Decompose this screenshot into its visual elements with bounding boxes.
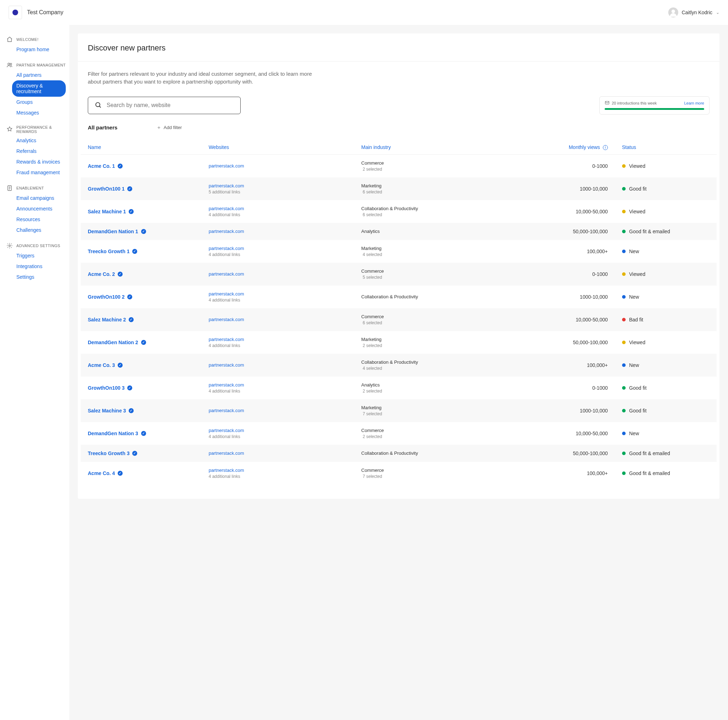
website-link[interactable]: partnerstack.com: [209, 382, 347, 388]
partner-name[interactable]: Acme Co. 3 ✓: [88, 362, 122, 368]
nav-section: ENABLEMENTEmail campaignsAnnouncementsRe…: [6, 183, 66, 235]
logo[interactable]: [9, 6, 22, 19]
website-link[interactable]: partnerstack.com: [209, 408, 347, 413]
partner-name[interactable]: GrowthOn100 1 ✓: [88, 186, 132, 191]
nav-item[interactable]: Groups: [12, 97, 66, 107]
website-link[interactable]: partnerstack.com: [209, 206, 347, 211]
website-link[interactable]: partnerstack.com: [209, 246, 347, 251]
monthly-views: 50,000-100,000: [507, 331, 615, 354]
user-menu[interactable]: Caitlyn Kodric ⌄: [668, 8, 719, 17]
nav-section-icon: [6, 36, 13, 43]
table-row[interactable]: GrowthOn100 2 ✓partnerstack.com4 additio…: [81, 285, 717, 308]
table-row[interactable]: DemandGen Nation 3 ✓partnerstack.com4 ad…: [81, 422, 717, 445]
table-row[interactable]: Acme Co. 2 ✓partnerstack.comCommerce5 se…: [81, 263, 717, 285]
partner-name[interactable]: GrowthOn100 2 ✓: [88, 294, 132, 300]
table-row[interactable]: Treecko Growth 1 ✓partnerstack.com4 addi…: [81, 240, 717, 263]
partner-name[interactable]: DemandGen Nation 3 ✓: [88, 430, 146, 436]
verified-icon: ✓: [141, 431, 146, 436]
partner-name[interactable]: Treecko Growth 1 ✓: [88, 248, 137, 254]
col-views[interactable]: Monthly views i: [507, 140, 615, 155]
extra-links: 4 additional links: [209, 389, 347, 394]
website-link[interactable]: partnerstack.com: [209, 163, 347, 169]
website-link[interactable]: partnerstack.com: [209, 228, 347, 234]
nav-item[interactable]: All partners: [12, 70, 66, 80]
nav-item[interactable]: Email campaigns: [12, 193, 66, 204]
table-row[interactable]: Salez Machine 2 ✓partnerstack.comCommerc…: [81, 308, 717, 331]
nav-section: ADVANCED SETTINGSTriggersIntegrationsSet…: [6, 241, 66, 282]
nav-items: Program home: [6, 44, 66, 55]
search-input[interactable]: [107, 102, 234, 109]
verified-icon: ✓: [127, 294, 132, 299]
nav-section-title: ADVANCED SETTINGS: [16, 244, 60, 248]
status-dot-icon: [622, 187, 626, 191]
nav-item[interactable]: Program home: [12, 44, 66, 55]
table-row[interactable]: Acme Co. 4 ✓partnerstack.com4 additional…: [81, 462, 717, 485]
nav-item[interactable]: Announcements: [12, 204, 66, 214]
table-row[interactable]: Acme Co. 3 ✓partnerstack.comCollaboratio…: [81, 354, 717, 377]
table-row[interactable]: DemandGen Nation 2 ✓partnerstack.com4 ad…: [81, 331, 717, 354]
nav-item[interactable]: Fraud management: [12, 167, 66, 178]
nav-item[interactable]: Triggers: [12, 250, 66, 261]
table-row[interactable]: Treecko Growth 3 ✓partnerstack.comCollab…: [81, 445, 717, 462]
nav-items: Email campaignsAnnouncementsResourcesCha…: [6, 193, 66, 235]
partner-name[interactable]: DemandGen Nation 2 ✓: [88, 340, 146, 345]
partner-name[interactable]: GrowthOn100 3 ✓: [88, 385, 132, 391]
table-row[interactable]: DemandGen Nation 1 ✓partnerstack.comAnal…: [81, 223, 717, 240]
info-icon[interactable]: i: [603, 145, 608, 150]
partner-name[interactable]: Acme Co. 4 ✓: [88, 470, 122, 476]
verified-icon: ✓: [132, 451, 137, 456]
nav-item[interactable]: Analytics: [12, 135, 66, 146]
intro-text: 20 introductions this week: [612, 101, 657, 105]
search-box[interactable]: [88, 97, 241, 114]
nav-item[interactable]: Challenges: [12, 225, 66, 235]
website-link[interactable]: partnerstack.com: [209, 450, 347, 456]
partner-name[interactable]: Acme Co. 2 ✓: [88, 271, 122, 277]
website-link[interactable]: partnerstack.com: [209, 291, 347, 297]
col-websites[interactable]: Websites: [202, 140, 354, 155]
table-row[interactable]: Salez Machine 1 ✓partnerstack.com4 addit…: [81, 200, 717, 223]
industry-sub: 2 selected: [361, 343, 499, 348]
partner-name[interactable]: Salez Machine 3 ✓: [88, 408, 134, 414]
nav-item[interactable]: Integrations: [12, 261, 66, 272]
status: Viewed: [622, 340, 710, 345]
partner-name[interactable]: Treecko Growth 3 ✓: [88, 450, 137, 456]
industry-sub: 7 selected: [361, 411, 499, 416]
website-link[interactable]: partnerstack.com: [209, 271, 347, 277]
table-row[interactable]: GrowthOn100 1 ✓partnerstack.com5 additio…: [81, 178, 717, 200]
extra-links: 4 additional links: [209, 343, 347, 348]
nav-item[interactable]: Referrals: [12, 146, 66, 156]
table-row[interactable]: GrowthOn100 3 ✓partnerstack.com4 additio…: [81, 377, 717, 399]
nav-item[interactable]: Messages: [12, 107, 66, 118]
website-link[interactable]: partnerstack.com: [209, 317, 347, 322]
table-row[interactable]: Acme Co. 1 ✓partnerstack.comCommerce2 se…: [81, 154, 717, 178]
website-link[interactable]: partnerstack.com: [209, 183, 347, 188]
col-status[interactable]: Status: [615, 140, 717, 155]
status: New: [622, 362, 710, 368]
status-label: Viewed: [629, 163, 645, 169]
col-industry[interactable]: Main industry: [354, 140, 506, 155]
partner-name[interactable]: Salez Machine 1 ✓: [88, 209, 134, 214]
table-row[interactable]: Salez Machine 3 ✓partnerstack.comMarketi…: [81, 399, 717, 422]
nav-section-title: ENABLEMENT: [16, 186, 44, 190]
col-name[interactable]: Name: [81, 140, 202, 155]
status-label: New: [629, 248, 639, 254]
industry: Commerce: [361, 160, 499, 166]
nav-item[interactable]: Discovery & recruitment: [12, 80, 66, 97]
nav-item[interactable]: Resources: [12, 214, 66, 225]
nav-item[interactable]: Settings: [12, 272, 66, 282]
website-link[interactable]: partnerstack.com: [209, 467, 347, 473]
verified-icon: ✓: [128, 408, 134, 413]
partner-name[interactable]: Acme Co. 1 ✓: [88, 163, 122, 169]
industry-sub: 4 selected: [361, 366, 499, 371]
status: Viewed: [622, 209, 710, 214]
partner-name[interactable]: Salez Machine 2 ✓: [88, 317, 134, 322]
nav-item[interactable]: Rewards & invoices: [12, 156, 66, 167]
nav-section: PERFORMANCE & REWARDSAnalyticsReferralsR…: [6, 123, 66, 178]
intro-learn-more[interactable]: Learn more: [684, 101, 704, 105]
website-link[interactable]: partnerstack.com: [209, 362, 347, 368]
verified-icon: ✓: [118, 272, 122, 277]
website-link[interactable]: partnerstack.com: [209, 428, 347, 433]
partner-name[interactable]: DemandGen Nation 1 ✓: [88, 228, 146, 234]
website-link[interactable]: partnerstack.com: [209, 337, 347, 342]
add-filter-button[interactable]: ＋ Add filter: [156, 124, 182, 131]
